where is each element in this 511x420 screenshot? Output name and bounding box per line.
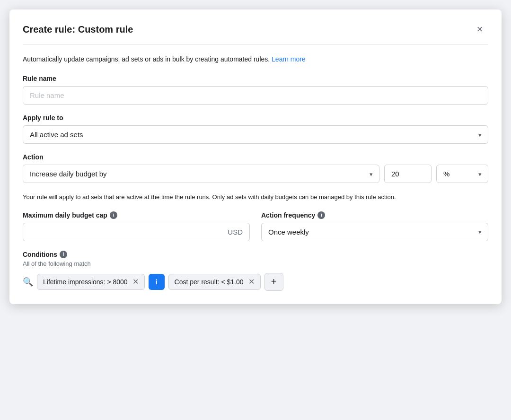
conditions-sub-label: All of the following match (23, 260, 488, 267)
budget-cap-input[interactable] (23, 223, 228, 241)
action-amount-input[interactable]: 20 (384, 165, 432, 183)
action-row: Increase daily budget by Decrease daily … (23, 165, 488, 183)
create-rule-modal: Create rule: Custom rule × Automatically… (9, 9, 502, 304)
action-note: Your rule will apply to ad sets that are… (23, 192, 488, 202)
search-icon: 🔍 (23, 277, 33, 287)
conditions-info-icon[interactable]: i (60, 251, 67, 258)
action-label: Action (23, 153, 488, 161)
conditions-row: 🔍 Lifetime impressions: > 8000 ✕ i Cost … (23, 273, 488, 291)
info-connector-button[interactable]: i (149, 274, 165, 290)
apply-rule-select-wrapper: All active ad sets All active campaigns … (23, 125, 488, 144)
description-text: Automatically update campaigns, ad sets … (23, 54, 488, 64)
modal-title: Create rule: Custom rule (23, 24, 133, 35)
action-type-select-wrapper: Increase daily budget by Decrease daily … (23, 165, 379, 183)
budget-cap-currency: USD (228, 223, 249, 241)
budget-cap-col: Maximum daily budget cap i USD (23, 211, 250, 241)
action-section: Action Increase daily budget by Decrease… (23, 153, 488, 183)
apply-rule-section: Apply rule to All active ad sets All act… (23, 114, 488, 144)
action-unit-select-wrapper: % USD ▾ (436, 165, 488, 183)
conditions-section: Conditions i All of the following match … (23, 251, 488, 291)
apply-rule-label: Apply rule to (23, 114, 488, 122)
conditions-label: Conditions i (23, 251, 488, 258)
action-frequency-select[interactable]: Once weekly Once daily Continuously (261, 223, 488, 241)
action-type-select[interactable]: Increase daily budget by Decrease daily … (23, 165, 379, 183)
two-col-section: Maximum daily budget cap i USD Action fr… (23, 211, 488, 241)
action-frequency-col: Action frequency i Once weekly Once dail… (261, 211, 488, 241)
action-frequency-label: Action frequency i (261, 211, 488, 219)
modal-header: Create rule: Custom rule × (23, 21, 488, 45)
add-condition-button[interactable]: + (264, 273, 283, 291)
learn-more-link[interactable]: Learn more (272, 55, 306, 63)
rule-name-input[interactable] (23, 86, 488, 105)
condition-tag-impressions: Lifetime impressions: > 8000 ✕ (37, 274, 145, 290)
close-button[interactable]: × (471, 21, 488, 38)
budget-cap-label: Maximum daily budget cap i (23, 211, 250, 219)
budget-cap-input-wrapper: USD (23, 223, 250, 241)
remove-cost-button[interactable]: ✕ (248, 278, 255, 286)
remove-impressions-button[interactable]: ✕ (132, 278, 139, 286)
rule-name-section: Rule name (23, 75, 488, 105)
action-unit-select[interactable]: % USD (436, 165, 488, 183)
budget-cap-info-icon[interactable]: i (110, 211, 117, 219)
condition-tag-cost: Cost per result: < $1.00 ✕ (168, 274, 261, 290)
rule-name-label: Rule name (23, 75, 488, 82)
action-frequency-info-icon[interactable]: i (317, 211, 325, 219)
action-frequency-select-wrapper: Once weekly Once daily Continuously ▾ (261, 223, 488, 241)
apply-rule-select[interactable]: All active ad sets All active campaigns … (23, 125, 488, 144)
